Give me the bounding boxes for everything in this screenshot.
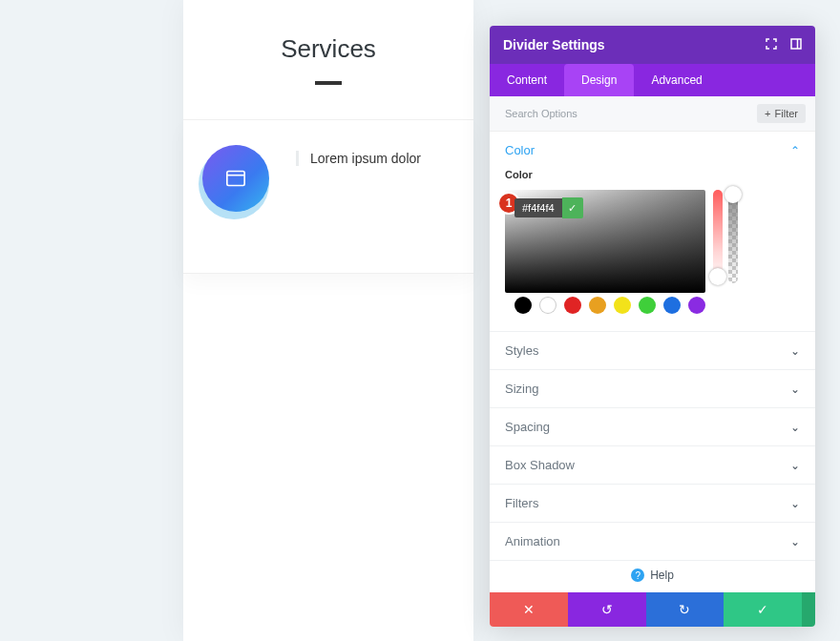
settings-panel: Divider Settings Content Design Advanced… bbox=[490, 26, 815, 627]
page-title: Services bbox=[183, 34, 473, 64]
section-color: Color ⌃ Color 1 #f4f4f4 ✓ bbox=[490, 132, 815, 332]
color-swatch[interactable] bbox=[688, 297, 705, 314]
color-sublabel: Color bbox=[505, 169, 800, 180]
card-icon-wrap bbox=[202, 145, 273, 216]
color-swatch[interactable] bbox=[663, 297, 681, 314]
color-swatch[interactable] bbox=[514, 297, 532, 314]
undo-button[interactable]: ↺ bbox=[568, 592, 646, 627]
section-sizing: Sizing ⌄ bbox=[490, 370, 815, 408]
chevron-down-icon: ⌄ bbox=[790, 344, 800, 358]
section-box-shadow: Box Shadow ⌄ bbox=[490, 446, 815, 485]
color-swatch[interactable] bbox=[614, 297, 631, 314]
section-spacing-title: Spacing bbox=[505, 420, 550, 434]
color-swatch[interactable] bbox=[589, 297, 606, 314]
chevron-down-icon: ⌄ bbox=[790, 421, 800, 434]
section-spacing: Spacing ⌄ bbox=[490, 408, 815, 446]
confirm-color-button[interactable]: ✓ bbox=[562, 197, 583, 218]
svg-rect-2 bbox=[791, 39, 801, 49]
chevron-down-icon: ⌄ bbox=[790, 497, 800, 510]
divider-preview bbox=[315, 81, 342, 85]
color-picker[interactable]: 1 #f4f4f4 ✓ bbox=[505, 190, 705, 314]
search-row: Search Options + Filter bbox=[490, 96, 815, 132]
chevron-down-icon: ⌄ bbox=[790, 383, 800, 396]
save-button[interactable]: ✓ bbox=[724, 592, 802, 627]
filter-button[interactable]: + Filter bbox=[757, 104, 806, 123]
settings-header: Divider Settings bbox=[490, 26, 815, 64]
window-icon bbox=[202, 145, 269, 212]
section-styles: Styles ⌄ bbox=[490, 332, 815, 370]
alpha-slider[interactable] bbox=[728, 190, 738, 283]
preview-panel: Services Lorem ipsum dolor bbox=[183, 0, 473, 641]
redo-button[interactable]: ↻ bbox=[646, 592, 724, 627]
panel-body: Color ⌃ Color 1 #f4f4f4 ✓ bbox=[490, 132, 815, 592]
chevron-down-icon: ⌄ bbox=[790, 535, 800, 548]
section-filters: Filters ⌄ bbox=[490, 485, 815, 523]
hue-handle[interactable] bbox=[709, 268, 726, 285]
card-text: Lorem ipsum dolor bbox=[296, 151, 421, 166]
color-swatch[interactable] bbox=[539, 297, 556, 314]
section-animation: Animation ⌄ bbox=[490, 523, 815, 561]
tab-content[interactable]: Content bbox=[490, 64, 564, 96]
help-label: Help bbox=[650, 569, 674, 582]
tab-advanced[interactable]: Advanced bbox=[634, 64, 719, 96]
color-swatch[interactable] bbox=[639, 297, 656, 314]
alpha-handle[interactable] bbox=[724, 186, 742, 203]
color-swatch[interactable] bbox=[564, 297, 581, 314]
hex-input[interactable]: #f4f4f4 bbox=[514, 198, 562, 217]
help-link[interactable]: ? Help bbox=[490, 561, 815, 589]
tab-design[interactable]: Design bbox=[564, 64, 634, 96]
hex-pill: #f4f4f4 ✓ bbox=[514, 197, 583, 218]
swatch-row bbox=[514, 297, 715, 314]
section-filters-title: Filters bbox=[505, 496, 538, 510]
chevron-down-icon: ⌄ bbox=[790, 459, 800, 472]
settings-title: Divider Settings bbox=[503, 37, 605, 52]
section-animation-title: Animation bbox=[505, 534, 560, 548]
svg-rect-0 bbox=[227, 172, 244, 186]
settings-footer: ✕ ↺ ↻ ✓ bbox=[490, 592, 815, 627]
filter-label: Filter bbox=[775, 108, 798, 119]
section-color-title: Color bbox=[505, 143, 535, 157]
dock-icon[interactable] bbox=[790, 38, 802, 52]
help-icon: ? bbox=[631, 569, 644, 582]
chevron-up-icon: ⌃ bbox=[790, 144, 800, 157]
plus-icon: + bbox=[765, 108, 770, 119]
section-color-header[interactable]: Color ⌃ bbox=[490, 132, 815, 169]
resize-handle[interactable] bbox=[802, 592, 815, 627]
expand-icon[interactable] bbox=[766, 38, 777, 52]
section-box-shadow-title: Box Shadow bbox=[505, 458, 575, 472]
cancel-button[interactable]: ✕ bbox=[490, 592, 568, 627]
tabs: Content Design Advanced bbox=[490, 64, 815, 96]
section-sizing-title: Sizing bbox=[505, 382, 538, 396]
section-styles-title: Styles bbox=[505, 343, 538, 358]
service-card: Lorem ipsum dolor bbox=[183, 119, 473, 274]
search-input[interactable]: Search Options bbox=[505, 108, 578, 119]
